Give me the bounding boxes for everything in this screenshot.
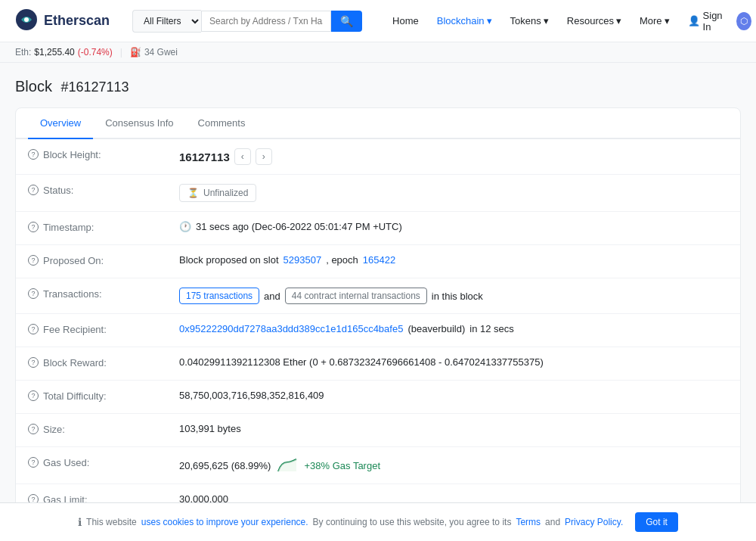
epoch-link[interactable]: 165422 — [363, 254, 395, 266]
help-icon[interactable]: ? — [28, 424, 39, 434]
eth-price-item: Eth: $1,255.40 (-0.74%) — [15, 47, 113, 58]
label-transactions: ? Transactions: — [28, 288, 179, 300]
chevron-down-icon: ▾ — [487, 15, 492, 26]
eth-network-icon[interactable]: ⬡ — [736, 12, 751, 30]
value-status: ⏳ Unfinalized — [179, 184, 728, 202]
gas-usage-chart — [275, 456, 299, 474]
row-block-reward: ? Block Reward: 0.04029911392112308 Ethe… — [16, 347, 740, 381]
info-icon: ℹ — [78, 516, 82, 528]
chevron-down-icon: ▾ — [544, 15, 549, 26]
row-block-height: ? Block Height: 16127113 ‹ › — [16, 139, 740, 175]
tab-comments[interactable]: Comments — [186, 108, 258, 139]
row-total-difficulty: ? Total Difficulty: 58,750,003,716,598,3… — [16, 381, 740, 414]
help-icon[interactable]: ? — [28, 324, 39, 334]
gas-price-item: ⛽ 34 Gwei — [130, 47, 178, 58]
row-gas-used: ? Gas Used: 20,695,625 (68.99%) +38% Gas… — [16, 447, 740, 484]
value-block-reward: 0.04029911392112308 Ether (0 + 0.6873232… — [179, 356, 728, 368]
nav-tokens[interactable]: Tokens ▾ — [503, 11, 556, 31]
prev-block-btn[interactable]: ‹ — [234, 148, 251, 165]
row-size: ? Size: 103,991 bytes — [16, 414, 740, 447]
page-title: Block #16127113 — [15, 78, 741, 95]
help-icon[interactable]: ? — [28, 357, 39, 368]
help-icon[interactable]: ? — [28, 288, 39, 299]
nav-more[interactable]: More ▾ — [632, 11, 677, 31]
row-proposed-on: ? Proposed On: Block proposed on slot 52… — [16, 245, 740, 278]
logo-area: Etherscan — [15, 8, 110, 33]
status-badge: ⏳ Unfinalized — [179, 184, 256, 202]
label-proposed-on: ? Proposed On: — [28, 254, 179, 266]
help-icon[interactable]: ? — [28, 185, 39, 195]
row-transactions: ? Transactions: 175 transactions and 44 … — [16, 278, 740, 314]
help-icon[interactable]: ? — [28, 390, 39, 401]
row-status: ? Status: ⏳ Unfinalized — [16, 175, 740, 212]
tab-consensus-info[interactable]: Consensus Info — [93, 108, 185, 139]
logo-text: Etherscan — [44, 13, 110, 29]
tx-count-badge[interactable]: 175 transactions — [179, 288, 259, 304]
help-icon[interactable]: ? — [28, 149, 39, 160]
nav-resources[interactable]: Resources ▾ — [559, 11, 629, 31]
row-timestamp: ? Timestamp: 🕐 31 secs ago (Dec-06-2022 … — [16, 212, 740, 245]
block-card: Overview Consensus Info Comments ? Block… — [15, 107, 741, 541]
chevron-down-icon: ▾ — [665, 15, 670, 26]
header: Etherscan All Filters 🔍 Home Blockchain … — [0, 0, 756, 42]
value-proposed-on: Block proposed on slot 5293507 , epoch 1… — [179, 254, 728, 266]
got-it-button[interactable]: Got it — [635, 512, 678, 532]
label-status: ? Status: — [28, 184, 179, 196]
sign-in-button[interactable]: 👤 Sign In — [680, 5, 733, 37]
search-button[interactable]: 🔍 — [331, 11, 362, 32]
value-timestamp: 🕐 31 secs ago (Dec-06-2022 05:01:47 PM +… — [179, 221, 728, 232]
svg-point-1 — [24, 17, 29, 22]
value-block-height: 16127113 ‹ › — [179, 148, 728, 165]
value-size: 103,991 bytes — [179, 423, 728, 434]
search-input[interactable] — [201, 11, 331, 32]
user-icon: 👤 — [688, 15, 700, 26]
label-block-reward: ? Block Reward: — [28, 356, 179, 368]
terms-link[interactable]: Terms — [516, 517, 541, 527]
label-block-height: ? Block Height: — [28, 148, 179, 160]
label-fee-recipient: ? Fee Recipient: — [28, 323, 179, 335]
fee-recipient-link[interactable]: 0x95222290dd7278aa3ddd389cc1e1d165cc4baf… — [179, 323, 403, 334]
filter-select[interactable]: All Filters — [132, 10, 201, 33]
divider: | — [120, 47, 122, 58]
sub-header: Eth: $1,255.40 (-0.74%) | ⛽ 34 Gwei — [0, 42, 756, 63]
nav-links: Home Blockchain ▾ Tokens ▾ Resources ▾ M… — [385, 5, 751, 37]
value-gas-used: 20,695,625 (68.99%) +38% Gas Target — [179, 456, 728, 474]
main-content: Block #16127113 Overview Consensus Info … — [0, 63, 756, 541]
clock-icon: 🕐 — [179, 221, 191, 232]
slot-link[interactable]: 5293507 — [284, 254, 322, 266]
label-timestamp: ? Timestamp: — [28, 221, 179, 233]
cookie-policy-link[interactable]: uses cookies to improve your experience. — [141, 517, 308, 527]
label-total-difficulty: ? Total Difficulty: — [28, 390, 179, 402]
row-fee-recipient: ? Fee Recipient: 0x95222290dd7278aa3ddd3… — [16, 314, 740, 347]
cookie-banner: ℹ This website uses cookies to improve y… — [0, 502, 756, 541]
value-total-difficulty: 58,750,003,716,598,352,816,409 — [179, 390, 728, 401]
help-icon[interactable]: ? — [28, 222, 39, 232]
nav-home[interactable]: Home — [385, 11, 426, 31]
search-area: All Filters 🔍 — [132, 10, 362, 33]
internal-tx-badge[interactable]: 44 contract internal transactions — [285, 288, 427, 304]
help-icon[interactable]: ? — [28, 255, 39, 266]
label-gas-used: ? Gas Used: — [28, 456, 179, 468]
value-fee-recipient: 0x95222290dd7278aa3ddd389cc1e1d165cc4baf… — [179, 323, 728, 334]
status-icon: ⏳ — [187, 188, 199, 198]
etherscan-logo — [15, 8, 38, 33]
label-size: ? Size: — [28, 423, 179, 435]
privacy-link[interactable]: Privacy Policy. — [565, 517, 623, 527]
value-transactions: 175 transactions and 44 contract interna… — [179, 288, 728, 304]
tabs-container: Overview Consensus Info Comments — [16, 108, 740, 139]
next-block-btn[interactable]: › — [256, 148, 272, 165]
tab-overview[interactable]: Overview — [28, 108, 93, 139]
nav-blockchain[interactable]: Blockchain ▾ — [429, 11, 500, 31]
help-icon[interactable]: ? — [28, 457, 39, 468]
chevron-down-icon: ▾ — [616, 15, 621, 26]
gas-icon: ⛽ — [130, 47, 141, 58]
